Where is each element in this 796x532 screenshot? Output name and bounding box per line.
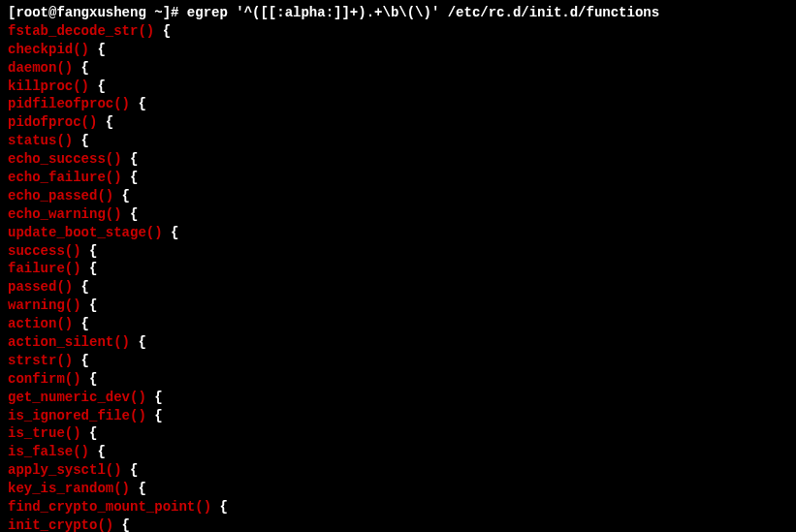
output-line: echo_failure() { xyxy=(8,169,788,187)
command-output: fstab_decode_str() {checkpid() {daemon()… xyxy=(8,22,788,532)
output-line: action() { xyxy=(8,315,788,333)
grep-match: confirm() xyxy=(8,371,81,387)
output-line: failure() { xyxy=(8,260,788,278)
grep-match: is_false() xyxy=(8,444,89,459)
output-line: daemon() { xyxy=(8,59,788,78)
grep-suffix: { xyxy=(73,279,89,295)
grep-match: get_numeric_dev() xyxy=(8,390,146,405)
grep-match: killproc() xyxy=(8,78,89,94)
grep-match: echo_failure() xyxy=(8,170,122,185)
shell-prompt: [root@fangxusheng ~]# xyxy=(8,5,187,20)
grep-match: is_true() xyxy=(8,425,81,441)
grep-suffix: { xyxy=(122,151,139,167)
grep-suffix: { xyxy=(73,60,89,76)
grep-match: echo_success() xyxy=(8,151,122,167)
output-line: confirm() { xyxy=(8,370,788,389)
grep-match: status() xyxy=(8,133,73,148)
grep-suffix: { xyxy=(73,133,89,148)
grep-match: daemon() xyxy=(8,60,73,76)
grep-match: action_silent() xyxy=(8,334,130,350)
grep-suffix: { xyxy=(122,206,139,222)
grep-suffix: { xyxy=(122,170,139,185)
grep-match: update_boot_stage() xyxy=(8,225,163,240)
grep-match: passed() xyxy=(8,279,73,295)
output-line: apply_sysctl() { xyxy=(8,461,788,480)
grep-suffix: { xyxy=(113,517,130,532)
output-line: strstr() { xyxy=(8,352,788,370)
grep-suffix: { xyxy=(130,96,146,111)
grep-suffix: { xyxy=(89,78,106,94)
grep-suffix: { xyxy=(81,297,98,313)
grep-match: apply_sysctl() xyxy=(8,462,122,478)
output-line: get_numeric_dev() { xyxy=(8,389,788,407)
output-line: pidofproc() { xyxy=(8,113,788,132)
output-line: is_false() { xyxy=(8,443,788,461)
grep-match: checkpid() xyxy=(8,42,89,57)
grep-suffix: { xyxy=(81,371,98,387)
output-line: init_crypto() { xyxy=(8,516,788,532)
output-line: echo_passed() { xyxy=(8,187,788,205)
grep-match: init_crypto() xyxy=(8,517,113,532)
output-line: update_boot_stage() { xyxy=(8,224,788,242)
grep-suffix: { xyxy=(163,225,179,240)
grep-suffix: { xyxy=(154,23,171,39)
command-text: egrep '^([[:alpha:]]+).+\b\(\)' /etc/rc.… xyxy=(187,5,659,20)
output-line: pidfileofproc() { xyxy=(8,95,788,113)
grep-match: is_ignored_file() xyxy=(8,408,146,423)
grep-suffix: { xyxy=(73,316,89,331)
output-line: is_true() { xyxy=(8,424,788,443)
grep-match: success() xyxy=(8,243,81,259)
output-line: key_is_random() { xyxy=(8,480,788,498)
grep-suffix: { xyxy=(89,42,106,57)
grep-suffix: { xyxy=(97,114,113,130)
grep-suffix: { xyxy=(81,425,98,441)
grep-match: find_crypto_mount_point() xyxy=(8,499,211,515)
grep-suffix: { xyxy=(73,353,89,368)
output-line: fstab_decode_str() { xyxy=(8,22,788,41)
grep-match: strstr() xyxy=(8,353,73,368)
grep-suffix: { xyxy=(211,499,228,515)
output-line: success() { xyxy=(8,242,788,261)
grep-suffix: { xyxy=(89,444,106,459)
grep-suffix: { xyxy=(122,462,139,478)
grep-match: fstab_decode_str() xyxy=(8,23,154,39)
grep-suffix: { xyxy=(146,390,163,405)
grep-suffix: { xyxy=(81,261,98,276)
grep-suffix: { xyxy=(146,408,163,423)
grep-match: key_is_random() xyxy=(8,481,130,496)
output-line: warning() { xyxy=(8,297,788,315)
grep-match: pidofproc() xyxy=(8,114,97,130)
output-line: find_crypto_mount_point() { xyxy=(8,498,788,516)
grep-suffix: { xyxy=(130,334,146,350)
output-line: action_silent() { xyxy=(8,333,788,352)
grep-suffix: { xyxy=(113,188,130,203)
grep-match: echo_warning() xyxy=(8,206,122,222)
output-line: echo_success() { xyxy=(8,150,788,169)
grep-match: warning() xyxy=(8,297,81,313)
grep-match: action() xyxy=(8,316,73,331)
output-line: passed() { xyxy=(8,278,788,297)
output-line: killproc() { xyxy=(8,78,788,96)
output-line: echo_warning() { xyxy=(8,205,788,224)
terminal-area[interactable]: [root@fangxusheng ~]# egrep '^([[:alpha:… xyxy=(8,4,788,532)
grep-match: echo_passed() xyxy=(8,188,113,203)
output-line: is_ignored_file() { xyxy=(8,407,788,425)
grep-suffix: { xyxy=(81,243,98,259)
grep-match: failure() xyxy=(8,261,81,276)
output-line: status() { xyxy=(8,132,788,150)
grep-suffix: { xyxy=(130,481,146,496)
command-line: [root@fangxusheng ~]# egrep '^([[:alpha:… xyxy=(8,4,788,22)
output-line: checkpid() { xyxy=(8,41,788,59)
grep-match: pidfileofproc() xyxy=(8,96,130,111)
